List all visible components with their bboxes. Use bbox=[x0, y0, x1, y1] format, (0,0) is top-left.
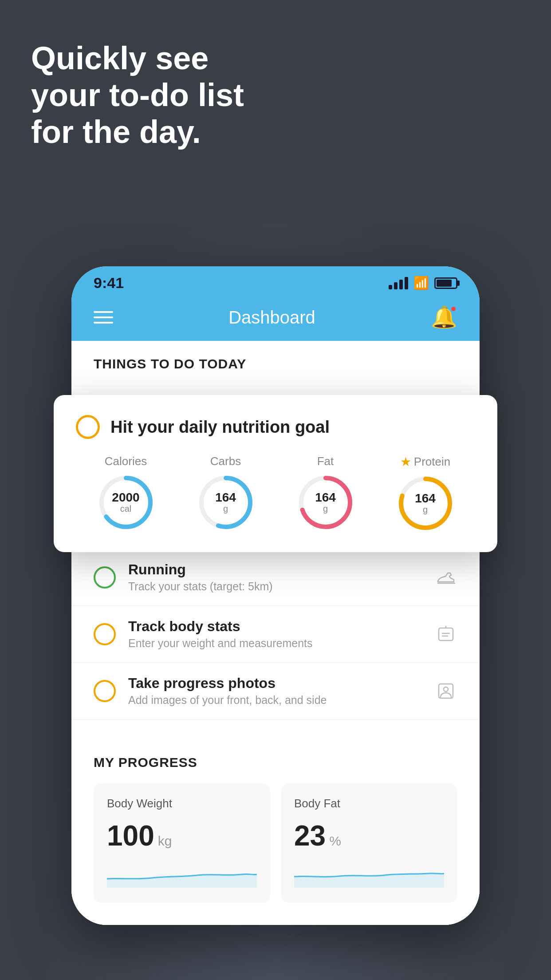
headline-line3: for the day. bbox=[31, 114, 244, 150]
nutrition-item-carbs: Carbs 164 g bbox=[197, 454, 255, 531]
carbs-chart: 164 g bbox=[197, 474, 255, 531]
todo-circle-body-stats bbox=[94, 623, 116, 645]
body-fat-chart bbox=[294, 861, 444, 888]
todo-text-running: Running Track your stats (target: 5km) bbox=[128, 561, 422, 593]
hamburger-line-1 bbox=[94, 311, 113, 313]
headline-line2: your to-do list bbox=[31, 77, 244, 114]
body-weight-unit: kg bbox=[158, 834, 172, 849]
calories-unit: cal bbox=[112, 504, 139, 514]
notification-button[interactable]: 🔔 bbox=[431, 305, 457, 330]
todo-list: Running Track your stats (target: 5km) T… bbox=[71, 549, 480, 719]
progress-cards: Body Weight 100 kg Body Fat 23 % bbox=[94, 783, 457, 903]
svg-point-5 bbox=[444, 687, 448, 692]
todo-item-body-stats[interactable]: Track body stats Enter your weight and m… bbox=[71, 606, 480, 663]
person-icon bbox=[434, 680, 457, 703]
protein-value: 164 bbox=[415, 492, 436, 505]
nutrition-card-header: Hit your daily nutrition goal bbox=[76, 415, 475, 439]
body-weight-card-title: Body Weight bbox=[107, 797, 257, 810]
signal-bar-1 bbox=[389, 285, 392, 289]
protein-text: 164 g bbox=[415, 492, 436, 515]
nutrition-item-fat: Fat 164 g bbox=[297, 454, 354, 531]
scale-icon bbox=[434, 623, 457, 646]
todo-title-running: Running bbox=[128, 561, 422, 578]
todo-subtitle-photos: Add images of your front, back, and side bbox=[128, 694, 422, 707]
body-weight-value: 100 kg bbox=[107, 819, 257, 852]
todo-text-photos: Take progress photos Add images of your … bbox=[128, 675, 422, 707]
fat-text: 164 g bbox=[315, 491, 336, 514]
section-header: THINGS TO DO TODAY bbox=[71, 341, 480, 380]
todo-text-body-stats: Track body stats Enter your weight and m… bbox=[128, 618, 422, 650]
carbs-label: Carbs bbox=[210, 454, 241, 468]
protein-chart: 164 g bbox=[397, 474, 454, 532]
protein-label: Protein bbox=[414, 455, 450, 469]
nutrition-item-calories: Calories 2000 cal bbox=[97, 454, 155, 531]
status-icons: 📶 bbox=[389, 276, 457, 290]
phone-frame: 9:41 📶 Dashboard 🔔 bbox=[71, 266, 480, 925]
hamburger-line-2 bbox=[94, 316, 113, 318]
todo-item-running[interactable]: Running Track your stats (target: 5km) bbox=[71, 549, 480, 606]
battery-fill bbox=[437, 280, 452, 287]
body-fat-card-title: Body Fat bbox=[294, 797, 444, 810]
fat-label: Fat bbox=[317, 454, 334, 468]
carbs-unit: g bbox=[215, 504, 236, 514]
todo-title-photos: Take progress photos bbox=[128, 675, 422, 692]
progress-section: MY PROGRESS Body Weight 100 kg B bbox=[71, 733, 480, 925]
calories-text: 2000 cal bbox=[112, 491, 139, 514]
nav-bar: Dashboard 🔔 bbox=[71, 296, 480, 341]
body-fat-unit: % bbox=[329, 834, 341, 849]
headline-line1: Quickly see bbox=[31, 40, 244, 77]
todo-circle-photos bbox=[94, 680, 116, 702]
svg-rect-0 bbox=[439, 628, 453, 640]
carbs-value: 164 bbox=[215, 491, 236, 504]
progress-title: MY PROGRESS bbox=[94, 755, 457, 770]
calories-chart: 2000 cal bbox=[97, 474, 155, 531]
body-fat-card: Body Fat 23 % bbox=[281, 783, 457, 903]
status-bar: 9:41 📶 bbox=[71, 266, 480, 296]
todo-title-body-stats: Track body stats bbox=[128, 618, 422, 635]
signal-bar-4 bbox=[405, 277, 408, 289]
nutrition-check-circle bbox=[76, 415, 100, 439]
todo-item-photos[interactable]: Take progress photos Add images of your … bbox=[71, 663, 480, 719]
signal-bars-icon bbox=[389, 277, 408, 289]
fat-chart: 164 g bbox=[297, 474, 354, 531]
body-fat-number: 23 bbox=[294, 819, 326, 852]
todo-circle-running bbox=[94, 566, 116, 589]
calories-label: Calories bbox=[105, 454, 147, 468]
fat-value: 164 bbox=[315, 491, 336, 504]
todo-subtitle-running: Track your stats (target: 5km) bbox=[128, 580, 422, 593]
nutrition-circles: Calories 2000 cal Carbs bbox=[76, 454, 475, 532]
notification-dot bbox=[450, 306, 457, 312]
menu-button[interactable] bbox=[94, 311, 113, 324]
calories-value: 2000 bbox=[112, 491, 139, 504]
body-weight-card: Body Weight 100 kg bbox=[94, 783, 270, 903]
shoe-icon bbox=[434, 566, 457, 589]
todo-subtitle-body-stats: Enter your weight and measurements bbox=[128, 637, 422, 650]
signal-bar-3 bbox=[399, 280, 403, 289]
nav-title: Dashboard bbox=[228, 308, 315, 328]
protein-label-container: ★ Protein bbox=[400, 454, 450, 469]
body-weight-chart bbox=[107, 861, 257, 888]
nutrition-card: Hit your daily nutrition goal Calories 2… bbox=[54, 395, 497, 552]
headline: Quickly see your to-do list for the day. bbox=[31, 40, 244, 150]
section-title: THINGS TO DO TODAY bbox=[94, 356, 246, 371]
hamburger-line-3 bbox=[94, 322, 113, 324]
nutrition-card-title: Hit your daily nutrition goal bbox=[110, 418, 330, 437]
body-weight-number: 100 bbox=[107, 819, 154, 852]
protein-star-icon: ★ bbox=[400, 454, 411, 469]
status-time: 9:41 bbox=[94, 274, 124, 292]
battery-icon bbox=[434, 277, 457, 289]
protein-unit: g bbox=[415, 505, 436, 515]
body-fat-value: 23 % bbox=[294, 819, 444, 852]
wifi-icon: 📶 bbox=[413, 276, 429, 290]
fat-unit: g bbox=[315, 504, 336, 514]
carbs-text: 164 g bbox=[215, 491, 236, 514]
nutrition-item-protein: ★ Protein 164 g bbox=[397, 454, 454, 532]
signal-bar-2 bbox=[394, 282, 398, 289]
